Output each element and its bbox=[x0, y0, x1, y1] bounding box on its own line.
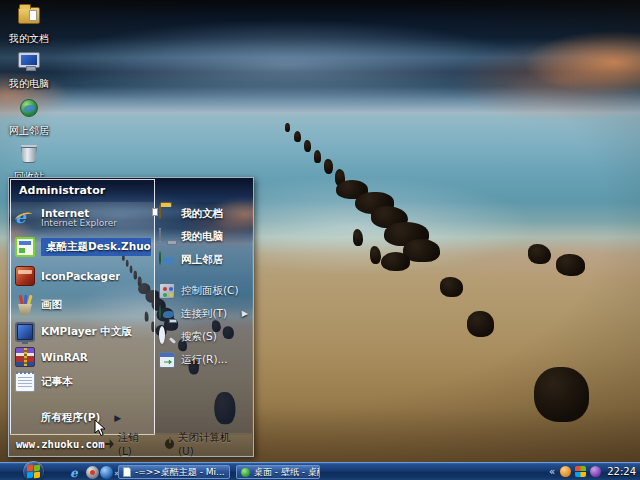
winrar-icon bbox=[15, 347, 35, 367]
my-documents-icon bbox=[159, 206, 175, 222]
tray-messenger-icon[interactable] bbox=[560, 466, 571, 477]
task-label: 桌面 - 壁纸 - 桌酷... bbox=[254, 466, 320, 479]
system-tray: « 22:24 bbox=[549, 463, 640, 480]
menu-item-label: Internet bbox=[41, 207, 89, 219]
search-icon bbox=[159, 329, 175, 345]
user-name: Administrator bbox=[19, 184, 105, 197]
my-computer-icon bbox=[159, 229, 175, 245]
start-button[interactable] bbox=[23, 461, 44, 480]
quick-launch-ie-icon[interactable]: e bbox=[70, 466, 83, 479]
wallpaper-rock bbox=[556, 254, 585, 276]
start-menu-left-column: e InternetInternet Explorer 桌酷主题Desk.Zhu… bbox=[11, 202, 155, 433]
menu-item-kmplayer[interactable]: KMPlayer 中文版 bbox=[11, 319, 155, 344]
wallpaper-rock bbox=[285, 123, 290, 132]
menu-item-internet[interactable]: e InternetInternet Explorer bbox=[11, 202, 155, 232]
menu-item-label: 搜索(S) bbox=[181, 330, 217, 344]
quick-launch-browser-icon[interactable] bbox=[100, 466, 113, 479]
menu-item-network-places[interactable]: 网上邻居 bbox=[156, 248, 251, 271]
menu-item-label: 运行(R)... bbox=[181, 353, 228, 367]
log-off-label: 注销(L) bbox=[118, 431, 151, 457]
menu-item-label: 画图 bbox=[41, 298, 62, 312]
internet-explorer-icon: e bbox=[15, 207, 35, 227]
start-menu-footer: www.zhuoku.com 注销(L) 关闭计算机(U) bbox=[10, 433, 252, 455]
menu-item-label: WinRAR bbox=[41, 351, 88, 363]
submenu-arrow-icon: ▶ bbox=[242, 309, 248, 318]
connect-to-icon bbox=[159, 306, 175, 322]
taskbar-task-desktop-wallpaper[interactable]: 桌面 - 壁纸 - 桌酷... bbox=[236, 465, 320, 479]
wallpaper-rock bbox=[370, 246, 381, 264]
menu-item-paint[interactable]: 画图 bbox=[11, 290, 155, 319]
windows-flag-icon bbox=[27, 465, 33, 472]
menu-item-label: IconPackager bbox=[41, 270, 120, 282]
menu-item-label: 记事本 bbox=[41, 375, 73, 389]
menu-item-my-documents[interactable]: 我的文档 bbox=[156, 202, 251, 225]
menu-item-run[interactable]: 运行(R)... bbox=[156, 348, 251, 371]
recycle-bin-icon bbox=[16, 145, 42, 169]
wallpaper-rock bbox=[467, 311, 494, 337]
quick-launch-media-player-icon[interactable] bbox=[86, 466, 99, 479]
desktop-root: 我的文档 我的电脑 网上邻居 回收站 Administrator e Inter… bbox=[0, 0, 640, 480]
paint-icon bbox=[15, 295, 35, 315]
log-off-button[interactable]: 注销(L) bbox=[105, 431, 151, 457]
menu-item-my-computer[interactable]: 我的电脑 bbox=[156, 225, 251, 248]
zhuoku-site-label: www.zhuoku.com bbox=[16, 438, 105, 450]
kmplayer-icon bbox=[15, 322, 35, 342]
run-icon bbox=[159, 352, 175, 368]
wallpaper-rock bbox=[314, 150, 322, 163]
start-menu-user-banner: Administrator bbox=[10, 179, 252, 202]
menu-separator bbox=[156, 271, 251, 279]
my-computer-icon bbox=[16, 52, 42, 76]
start-menu: Administrator e InternetInternet Explore… bbox=[8, 177, 254, 457]
menu-item-zhuoku-theme[interactable]: 桌酷主题Desk.ZhuoKu.Com bbox=[11, 232, 155, 261]
zhuoku-theme-icon bbox=[15, 237, 35, 257]
menu-item-label: KMPlayer 中文版 bbox=[41, 325, 132, 339]
all-programs-label: 所有程序(P) bbox=[41, 411, 100, 425]
menu-item-control-panel[interactable]: 控制面板(C) bbox=[156, 279, 251, 302]
network-places-icon bbox=[159, 252, 175, 268]
menu-item-label: 连接到(T) bbox=[181, 307, 227, 321]
wallpaper-rock bbox=[381, 252, 410, 271]
all-programs-arrow-icon: ▶ bbox=[114, 413, 121, 423]
tray-windows-update-icon[interactable] bbox=[575, 466, 586, 477]
menu-item-label: 桌酷主题Desk.ZhuoKu.Com bbox=[41, 238, 151, 256]
menu-item-label: 网上邻居 bbox=[181, 253, 223, 267]
menu-item-notepad[interactable]: 记事本 bbox=[11, 369, 155, 395]
wallpaper-rock bbox=[534, 367, 588, 422]
desktop-icon-my-documents[interactable]: 我的文档 bbox=[0, 4, 58, 44]
tray-collapse-chevron[interactable]: « bbox=[549, 466, 555, 477]
start-menu-right-column: 我的文档 我的电脑 网上邻居 控制面板(C) 连接到(T) ▶ bbox=[156, 202, 251, 433]
taskbar-clock[interactable]: 22:24 bbox=[607, 466, 636, 477]
shut-down-label: 关闭计算机(U) bbox=[178, 431, 242, 457]
menu-item-sublabel: Internet Explorer bbox=[41, 218, 117, 228]
network-places-icon bbox=[16, 99, 42, 123]
webpage-icon bbox=[241, 468, 250, 477]
desktop-icon-label: 网上邻居 bbox=[0, 125, 58, 136]
wallpaper-rock bbox=[324, 159, 333, 174]
taskbar: e » -=>>桌酷主题 - Mi... 桌面 - 壁纸 - 桌酷... « 2… bbox=[0, 462, 640, 480]
desktop-icon-network-places[interactable]: 网上邻居 bbox=[0, 97, 58, 136]
menu-item-winrar[interactable]: WinRAR bbox=[11, 344, 155, 369]
taskbar-task-zhuoku-theme[interactable]: -=>>桌酷主题 - Mi... bbox=[118, 465, 230, 479]
all-programs-button[interactable]: 所有程序(P) ▶ bbox=[11, 406, 155, 430]
notepad-icon bbox=[15, 372, 35, 392]
menu-item-label: 我的电脑 bbox=[181, 230, 223, 244]
menu-item-label: 控制面板(C) bbox=[181, 284, 239, 298]
log-off-icon bbox=[105, 439, 114, 449]
wallpaper-rock bbox=[294, 131, 300, 142]
menu-item-label: 我的文档 bbox=[181, 207, 223, 221]
wallpaper-rock bbox=[304, 140, 311, 152]
menu-item-search[interactable]: 搜索(S) bbox=[156, 325, 251, 348]
desktop-icon-label: 我的文档 bbox=[0, 33, 58, 44]
desktop-icon-label: 我的电脑 bbox=[0, 78, 58, 89]
shut-down-icon bbox=[165, 439, 174, 449]
desktop-icon-my-computer[interactable]: 我的电脑 bbox=[0, 50, 58, 89]
menu-item-iconpackager[interactable]: IconPackager bbox=[11, 261, 155, 290]
mouse-cursor bbox=[94, 419, 106, 437]
wallpaper-rock bbox=[353, 229, 363, 245]
iconpackager-icon bbox=[15, 266, 35, 286]
document-icon bbox=[123, 467, 131, 477]
shut-down-button[interactable]: 关闭计算机(U) bbox=[165, 431, 242, 457]
tray-app-icon[interactable] bbox=[590, 466, 601, 477]
menu-item-connect-to[interactable]: 连接到(T) ▶ bbox=[156, 302, 251, 325]
my-documents-icon bbox=[16, 7, 42, 31]
